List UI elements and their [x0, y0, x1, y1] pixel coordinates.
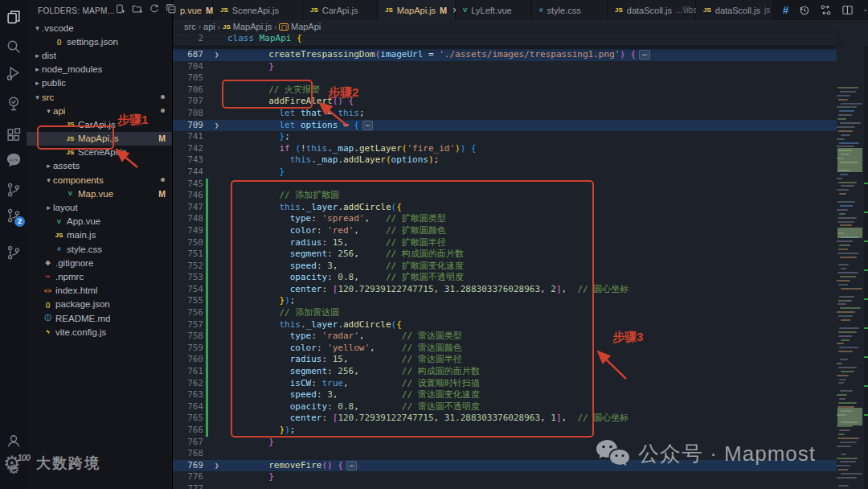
- activity-source-control-secondary-icon[interactable]: 2: [0, 202, 27, 228]
- code-line-762[interactable]: 762 isCW: true, // 设置顺时针扫描: [173, 378, 837, 390]
- tree-item-public[interactable]: ▸public: [27, 76, 172, 90]
- tree-item-.gitignore[interactable]: ◆.gitignore: [27, 256, 172, 269]
- chevron-right-icon[interactable]: ▸: [33, 65, 42, 73]
- tab-SceneApi.js[interactable]: JSSceneApi.js: [213, 0, 303, 20]
- code-line-743[interactable]: 743 this._map.addLayer(options);: [173, 154, 837, 166]
- tree-item-index.html[interactable]: <>index.html: [27, 284, 172, 298]
- code-line-748[interactable]: 748 type: 'spread', // 扩散圆类型: [173, 213, 837, 225]
- tab-MapApi.js[interactable]: JSMapApi.jsM×: [378, 0, 456, 20]
- code-line-706[interactable]: 706 // 火灾报警: [173, 84, 837, 97]
- open-changes-icon[interactable]: [820, 4, 832, 16]
- code-line-777[interactable]: 777: [173, 483, 837, 489]
- activity-source-control-tertiary-icon[interactable]: [0, 239, 27, 265]
- code-line-768[interactable]: 768: [173, 448, 837, 460]
- tree-item-MapApi.js[interactable]: JSMapApi.jsM: [27, 132, 172, 146]
- breadcrumb-item-MapApi.js[interactable]: JSMapApi.js: [223, 22, 272, 31]
- breadcrumb-item-src[interactable]: src: [184, 22, 196, 31]
- code-line-763[interactable]: 763 speed: 3, // 雷达圆变化速度: [173, 389, 837, 401]
- activity-run-debug-icon[interactable]: [0, 60, 27, 86]
- minimap[interactable]: [837, 46, 864, 489]
- code-line-687[interactable]: 687❯ createTrespassingDom(imageUrl = './…: [173, 49, 837, 61]
- tab-CarApi.js[interactable]: JSCarApi.js: [303, 0, 378, 20]
- tree-item-api[interactable]: ▾api: [27, 104, 172, 117]
- tree-item-.npmrc[interactable]: ▪▪.npmrc: [27, 269, 172, 283]
- code-area[interactable]: 687❯ createTrespassingDom(imageUrl = './…: [173, 46, 868, 489]
- sticky-scroll-line[interactable]: 2class MapApi {: [173, 33, 837, 46]
- code-line-776[interactable]: 776 }: [173, 471, 837, 483]
- activity-settings-icon[interactable]: ⚙: [0, 455, 27, 482]
- tree-item-package.json[interactable]: {}package.json: [27, 298, 172, 311]
- tab-LyLeft.vue[interactable]: VLyLeft.vue: [456, 0, 532, 20]
- code-line-767[interactable]: 767 }: [173, 437, 837, 449]
- code-line-757[interactable]: 757 this._layer.addCircle({: [173, 319, 837, 331]
- tree-item-SceneApi.js[interactable]: JSSceneApi.js: [27, 146, 172, 159]
- new-file-icon[interactable]: [115, 3, 126, 18]
- tree-item-README.md[interactable]: ⓘREADME.md: [27, 311, 172, 325]
- code-line-749[interactable]: 749 color: 'red', // 扩散圆颜色: [173, 225, 837, 237]
- tab-style.css[interactable]: #style.css: [532, 0, 608, 20]
- tree-item-components[interactable]: ▾components: [27, 173, 172, 187]
- tree-item-assets[interactable]: ▸assets: [27, 159, 172, 173]
- code-line-742[interactable]: 742 if (!this._map.getLayer('fire_id')) …: [173, 143, 837, 155]
- tree-item-dist[interactable]: ▸dist: [27, 48, 172, 62]
- code-line-765[interactable]: 765 center: [120.72939122747715, 31.2883…: [173, 413, 837, 425]
- tree-item-Map.vue[interactable]: VMap.vueM: [27, 187, 172, 200]
- code-line-761[interactable]: 761 segment: 256, // 构成圆的面片数: [173, 366, 837, 378]
- activity-source-control-icon[interactable]: [0, 176, 27, 203]
- fold-chevron-icon[interactable]: ❯: [215, 460, 224, 472]
- tree-item-vite.config.js[interactable]: ϟvite.config.js: [27, 325, 172, 339]
- chevron-right-icon[interactable]: ▸: [44, 162, 53, 170]
- code-line-764[interactable]: 764 opacity: 0.8, // 雷达圆不透明度: [173, 401, 837, 413]
- activity-search-icon[interactable]: [0, 33, 27, 60]
- tab-p.vue[interactable]: p.vueM: [173, 0, 213, 20]
- activity-account-icon[interactable]: [0, 427, 27, 454]
- tree-item-style.css[interactable]: #style.css: [27, 242, 172, 256]
- code-line-769[interactable]: 769❯ removeFire() {⋯: [173, 460, 837, 472]
- activity-explorer-icon[interactable]: [0, 3, 27, 30]
- tree-item-layout[interactable]: ▸layout: [27, 200, 172, 214]
- new-folder-icon[interactable]: [132, 3, 143, 18]
- tree-item-src[interactable]: ▾src: [27, 90, 172, 104]
- code-line-760[interactable]: 760 radius: 15, // 雷达圆半径: [173, 354, 837, 366]
- chevron-down-icon[interactable]: ▾: [33, 93, 42, 101]
- tree-item-.vscode[interactable]: ▾.vscode: [27, 21, 172, 35]
- code-line-750[interactable]: 750 radius: 15, // 扩散圆半径: [173, 237, 837, 249]
- tree-item-main.js[interactable]: JSmain.js: [27, 228, 172, 242]
- chevron-right-icon[interactable]: ▸: [44, 203, 53, 212]
- code-line-754[interactable]: 754 center: [120.72939122747715, 31.2883…: [173, 284, 837, 296]
- activity-test-tree-icon[interactable]: [0, 90, 27, 117]
- code-line-747[interactable]: 747 this._layer.addCircle({: [173, 202, 837, 214]
- chevron-right-icon[interactable]: ▸: [33, 79, 42, 87]
- chevron-down-icon[interactable]: ▾: [44, 107, 53, 115]
- tab-dataScoll.js[interactable]: JSdataScoll.js...\libs: [608, 0, 696, 20]
- vertical-scrollbar[interactable]: [864, 46, 868, 489]
- chevron-down-icon[interactable]: ▾: [33, 24, 42, 32]
- refresh-icon[interactable]: [149, 3, 160, 18]
- code-line-766[interactable]: 766 });: [173, 425, 837, 437]
- code-line-705[interactable]: 705: [173, 72, 837, 84]
- fold-chevron-icon[interactable]: ❯: [215, 120, 224, 132]
- breadcrumb-item-MapApi[interactable]: ◻MapApi: [279, 22, 321, 31]
- tree-item-CarApi.js[interactable]: JSCarApi.js: [27, 117, 172, 131]
- code-line-745[interactable]: 745: [173, 179, 837, 191]
- activity-extensions-icon[interactable]: [0, 121, 27, 148]
- code-line-751[interactable]: 751 segment: 256, // 构成圆的面片数: [173, 249, 837, 261]
- split-editor-icon[interactable]: [841, 4, 854, 16]
- more-actions-icon[interactable]: ⋯: [863, 4, 868, 16]
- timeline-icon[interactable]: [798, 4, 810, 16]
- code-line-755[interactable]: 755 });: [173, 295, 837, 307]
- hash-action-icon[interactable]: #: [783, 4, 788, 16]
- code-line-744[interactable]: 744 }: [173, 166, 837, 179]
- tab-dataScoll.js[interactable]: JSdataScoll.jsjs: [696, 0, 773, 20]
- collapse-all-icon[interactable]: [166, 3, 177, 18]
- code-line-752[interactable]: 752 speed: 3, // 扩散圆变化速度: [173, 261, 837, 273]
- code-line-741[interactable]: 741 };: [173, 131, 837, 143]
- code-line-746[interactable]: 746 // 添加扩散圆: [173, 190, 837, 202]
- code-line-708[interactable]: 708 let that = this;: [173, 108, 837, 120]
- code-line-753[interactable]: 753 opacity: 0.8, // 扩散圆不透明度: [173, 272, 837, 284]
- code-line-759[interactable]: 759 color: 'yellow', // 雷达圆颜色: [173, 343, 837, 355]
- code-lines[interactable]: 687❯ createTrespassingDom(imageUrl = './…: [173, 49, 837, 489]
- tree-item-App.vue[interactable]: VApp.vue: [27, 215, 172, 228]
- tree-item-node-modules[interactable]: ▸node_modules: [27, 63, 172, 76]
- fold-chevron-icon[interactable]: ❯: [215, 49, 224, 61]
